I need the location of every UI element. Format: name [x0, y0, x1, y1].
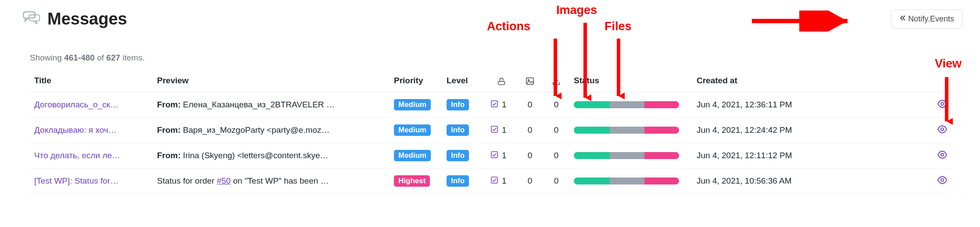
showing-count: Showing 461-480 of 627 items.	[30, 53, 950, 63]
actions-count: 1	[502, 125, 507, 135]
check-icon	[490, 176, 498, 186]
svg-rect-8	[491, 177, 497, 183]
col-created[interactable]: Created at	[692, 70, 928, 92]
row-preview: Status for order #50 on "Test WP" has be…	[153, 168, 390, 194]
svg-point-9	[941, 179, 944, 181]
priority-badge: Medium	[394, 150, 431, 161]
files-count: 0	[554, 125, 559, 135]
images-count: 0	[528, 151, 533, 160]
col-images-icon[interactable]	[517, 70, 543, 92]
col-actions-icon[interactable]	[486, 70, 517, 92]
row-preview-link[interactable]: #50	[217, 176, 231, 185]
level-badge: Info	[447, 124, 469, 136]
svg-point-1	[528, 79, 529, 81]
notify-events-button[interactable]: Notify.Events	[891, 10, 962, 28]
col-priority[interactable]: Priority	[390, 70, 442, 92]
table-row: [Test WP]: Status for…Status for order #…	[30, 168, 950, 194]
check-icon	[490, 125, 498, 135]
check-icon	[490, 100, 498, 110]
images-count: 0	[528, 125, 533, 135]
images-count: 0	[528, 100, 533, 109]
col-preview[interactable]: Preview	[153, 70, 390, 92]
row-preview: From: Варя_из_MozgoParty <party@e.moz…	[153, 117, 390, 143]
created-at: Jun 4, 2021, 10:56:36 AM	[692, 168, 928, 194]
messages-icon	[22, 9, 40, 29]
files-count: 0	[554, 100, 559, 109]
actions-count: 1	[502, 100, 507, 110]
view-icon[interactable]	[937, 153, 948, 162]
messages-table: Title Preview Priority Level	[30, 70, 950, 194]
view-icon[interactable]	[937, 127, 948, 136]
row-title-link[interactable]: Что делать, если ле…	[34, 151, 120, 160]
notify-events-label: Notify.Events	[908, 14, 954, 24]
level-badge: Info	[447, 150, 469, 161]
svg-rect-2	[491, 101, 497, 107]
chevron-left-double-icon	[899, 14, 906, 24]
page-title: Messages	[47, 10, 127, 28]
table-row: Что делать, если ле…From: Irina (Skyeng)…	[30, 143, 950, 168]
priority-badge: Highest	[394, 175, 430, 187]
status-bar	[574, 127, 679, 134]
row-preview: From: Елена_Казанцева_из_2BTRAVELER …	[153, 92, 390, 117]
row-preview: From: Irina (Skyeng) <letters@content.sk…	[153, 143, 390, 168]
created-at: Jun 4, 2021, 12:24:42 PM	[692, 117, 928, 143]
svg-point-5	[941, 128, 944, 131]
actions-count: 1	[502, 151, 507, 160]
table-row: Докладываю: я хоч…From: Варя_из_MozgoPar…	[30, 117, 950, 143]
svg-point-3	[941, 103, 944, 105]
row-title-link[interactable]: Договорилась_о_ск…	[34, 100, 118, 109]
level-badge: Info	[447, 99, 469, 110]
row-title-link[interactable]: [Test WP]: Status for…	[34, 176, 118, 185]
priority-badge: Medium	[394, 99, 431, 110]
col-files-icon[interactable]	[543, 70, 569, 92]
files-count: 0	[554, 151, 559, 160]
images-count: 0	[528, 176, 533, 185]
actions-count: 1	[502, 176, 507, 186]
col-title[interactable]: Title	[30, 70, 153, 92]
status-bar	[574, 101, 679, 108]
svg-rect-4	[491, 126, 497, 132]
table-row: Договорилась_о_ск…From: Елена_Казанцева_…	[30, 92, 950, 117]
row-title-link[interactable]: Докладываю: я хоч…	[34, 125, 117, 135]
col-level[interactable]: Level	[442, 70, 486, 92]
col-status[interactable]: Status	[569, 70, 692, 92]
status-bar	[574, 177, 679, 184]
status-bar	[574, 152, 679, 159]
created-at: Jun 4, 2021, 12:11:12 PM	[692, 143, 928, 168]
view-icon[interactable]	[937, 102, 948, 111]
files-count: 0	[554, 176, 559, 185]
messages-panel: Showing 461-480 of 627 items. Title Prev…	[18, 43, 962, 194]
view-icon[interactable]	[937, 178, 948, 187]
col-view	[928, 70, 950, 92]
created-at: Jun 4, 2021, 12:36:11 PM	[692, 92, 928, 117]
svg-rect-6	[491, 152, 497, 158]
level-badge: Info	[447, 175, 469, 187]
check-icon	[490, 151, 498, 161]
priority-badge: Medium	[394, 124, 431, 136]
svg-rect-0	[526, 78, 534, 85]
svg-point-7	[941, 153, 944, 156]
